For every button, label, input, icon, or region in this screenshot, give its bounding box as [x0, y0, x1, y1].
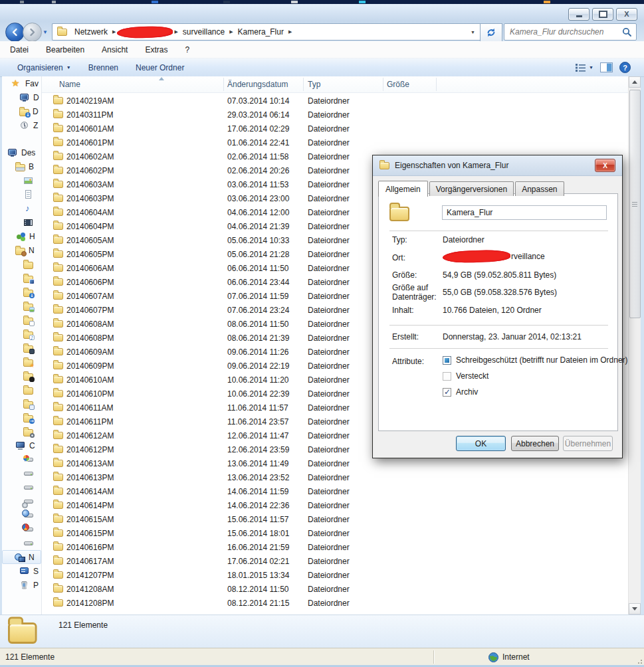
search-input[interactable]	[504, 27, 622, 37]
sidebar-item[interactable]: N	[2, 243, 41, 257]
help-button[interactable]: ?	[619, 62, 631, 73]
file-row[interactable]: 20140617AM 17.06.2014 02:21 Dateiordner	[42, 554, 629, 568]
sidebar-item[interactable]	[2, 397, 41, 411]
minimize-button[interactable]	[568, 8, 590, 21]
column-header-size[interactable]: Größe	[387, 80, 629, 89]
sidebar-item[interactable]	[2, 369, 41, 383]
file-row[interactable]: 20140601AM 17.06.2014 02:29 Dateiordner	[42, 122, 629, 136]
sidebar-item[interactable]	[2, 508, 41, 522]
file-row[interactable]: 20140616PM 16.06.2014 21:59 Dateiordner	[42, 540, 629, 554]
breadcrumb-item-surveillance[interactable]: surveillance	[179, 27, 228, 37]
resize-grip[interactable]	[635, 656, 643, 664]
file-row[interactable]: 20140311PM 29.03.2014 06:14 Dateiordner	[42, 108, 629, 122]
file-row[interactable]: 20141208AM 08.12.2014 11:50 Dateiordner	[42, 582, 629, 596]
sidebar-item[interactable]	[2, 299, 41, 313]
sidebar-item[interactable]	[2, 173, 41, 187]
burn-button[interactable]: Brennen	[82, 61, 124, 74]
tab-vorgaengerversionen[interactable]: Vorgängerversionen	[429, 181, 514, 196]
sidebar-item[interactable]	[2, 466, 41, 480]
close-button[interactable]: X	[616, 8, 637, 21]
column-header-name[interactable]: Name	[42, 80, 227, 89]
preview-pane-button[interactable]	[600, 62, 613, 72]
forward-button[interactable]	[23, 23, 42, 42]
breadcrumb-item-kamera-flur[interactable]: Kamera_Flur	[235, 27, 287, 37]
sidebar-item[interactable]: Des	[2, 145, 41, 159]
tab-allgemein[interactable]: Allgemein	[378, 181, 428, 197]
sidebar-item[interactable]: P	[2, 578, 41, 592]
sidebar-item[interactable]: C	[2, 438, 41, 452]
address-dropdown-chevron[interactable]: ▼	[465, 30, 481, 35]
sidebar-item[interactable]: H	[2, 229, 41, 243]
sidebar-item[interactable]: N	[2, 550, 41, 564]
sidebar-item[interactable]	[2, 452, 41, 466]
views-button[interactable]: ▼	[575, 63, 593, 72]
sidebar-item[interactable]	[2, 425, 41, 438]
file-row[interactable]: 20140613PM 13.06.2014 23:52 Dateiordner	[42, 470, 629, 484]
sidebar-item[interactable]	[2, 522, 41, 536]
breadcrumb-separator[interactable]: ▶	[228, 29, 234, 35]
breadcrumb-separator[interactable]: ▶	[173, 29, 179, 35]
dialog-close-button[interactable]: X	[595, 159, 615, 172]
sidebar-item[interactable]	[2, 383, 41, 397]
sidebar-item[interactable]: S	[2, 564, 41, 578]
sidebar-item[interactable]	[2, 257, 41, 271]
sidebar-item[interactable]	[2, 271, 41, 285]
sidebar-item[interactable]	[2, 411, 41, 425]
file-row[interactable]: 20140615PM 15.06.2014 18:01 Dateiordner	[42, 526, 629, 540]
maximize-button[interactable]	[592, 8, 613, 21]
file-row[interactable]: 20141207PM 18.01.2015 13:34 Dateiordner	[42, 568, 629, 582]
breadcrumb-item-netzwerk[interactable]: Netzwerk	[71, 27, 111, 37]
tab-anpassen[interactable]: Anpassen	[515, 181, 564, 196]
sidebar-item[interactable]	[2, 187, 41, 201]
column-header-date[interactable]: Änderungsdatum	[227, 80, 308, 89]
scroll-down-button[interactable]	[629, 603, 641, 615]
sidebar-item[interactable]	[2, 355, 41, 369]
menu-item[interactable]: Bearbeiten	[46, 45, 84, 54]
sidebar-item[interactable]: D	[2, 90, 41, 104]
vertical-scrollbar[interactable]	[628, 76, 641, 615]
search-icon[interactable]	[622, 27, 632, 37]
sidebar-item[interactable]	[2, 285, 41, 299]
sidebar-item[interactable]	[2, 536, 41, 550]
column-header-type[interactable]: Typ	[308, 80, 387, 89]
hidden-checkbox-row[interactable]: Versteckt	[443, 371, 488, 381]
sidebar-item[interactable]: Fav	[2, 76, 41, 90]
folder-name-input[interactable]	[442, 205, 607, 220]
sidebar-item[interactable]	[2, 494, 41, 508]
organize-button[interactable]: Organisieren ▼	[11, 61, 77, 74]
recent-pages-chevron[interactable]: ▼	[43, 29, 48, 35]
readonly-checkbox-row[interactable]: Schreibgeschützt (betrifft nur Dateien i…	[443, 355, 628, 365]
refresh-button[interactable]	[480, 23, 502, 42]
breadcrumb-separator[interactable]: ▶	[111, 29, 117, 35]
menu-item[interactable]: ?	[185, 45, 189, 54]
file-row[interactable]: 20140613AM 13.06.2014 11:49 Dateiordner	[42, 456, 629, 470]
sidebar-item[interactable]	[2, 201, 41, 215]
menu-item[interactable]: Extras	[145, 45, 167, 54]
apply-button[interactable]: Übernehmen	[563, 436, 613, 451]
menu-item[interactable]: Ansicht	[102, 45, 128, 54]
readonly-checkbox[interactable]	[443, 356, 451, 365]
archive-checkbox-row[interactable]: Archiv	[443, 387, 478, 397]
sidebar-item[interactable]: Z	[2, 118, 41, 132]
breadcrumb[interactable]: Netzwerk ▶ ▶ surveillance ▶ Kamera_Flur …	[52, 23, 481, 41]
sidebar-item[interactable]	[2, 215, 41, 229]
ok-button[interactable]: OK	[456, 436, 506, 451]
sidebar-item[interactable]	[2, 327, 41, 341]
breadcrumb-separator[interactable]: ▶	[287, 29, 293, 35]
scroll-up-button[interactable]	[629, 76, 641, 88]
cancel-button[interactable]: Abbrechen	[511, 436, 559, 451]
file-row[interactable]: 20140614PM 14.06.2014 22:36 Dateiordner	[42, 498, 629, 512]
hidden-checkbox[interactable]	[443, 372, 451, 381]
sidebar-item[interactable]	[2, 341, 41, 355]
scrollbar-thumb[interactable]	[629, 90, 641, 318]
new-folder-button[interactable]: Neuer Ordner	[130, 61, 190, 74]
file-row[interactable]: 20140601PM 01.06.2014 22:41 Dateiordner	[42, 136, 629, 149]
back-button[interactable]	[5, 23, 25, 42]
file-row[interactable]: 20140614AM 14.06.2014 11:59 Dateiordner	[42, 484, 629, 498]
sidebar-item[interactable]	[2, 313, 41, 327]
sidebar-item[interactable]: B	[2, 159, 41, 173]
sidebar-item[interactable]	[2, 480, 41, 494]
sidebar-item[interactable]: D	[2, 104, 41, 118]
menu-item[interactable]: Datei	[10, 45, 29, 54]
archive-checkbox[interactable]	[443, 388, 451, 397]
